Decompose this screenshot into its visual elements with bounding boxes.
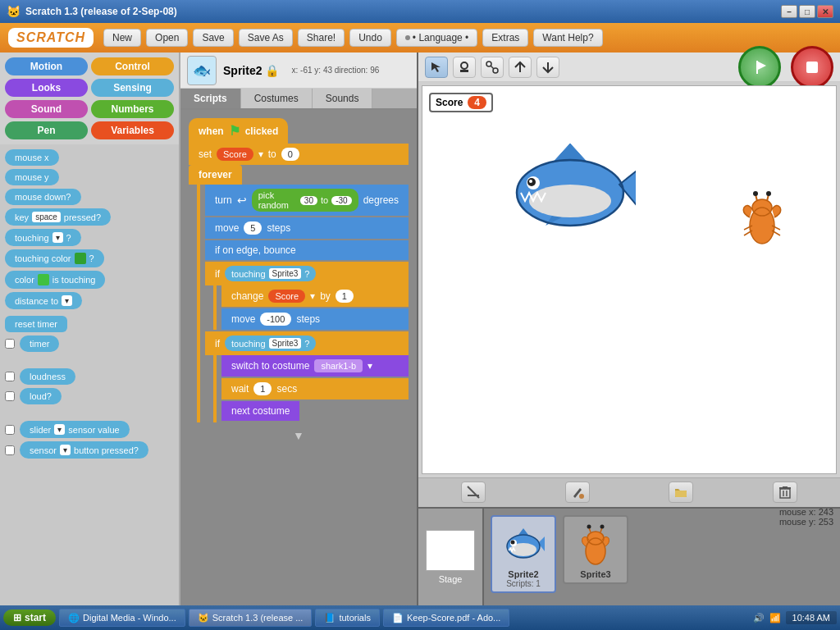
key-dropdown[interactable]: space <box>32 212 61 222</box>
move2-steps[interactable]: -100 <box>260 313 291 326</box>
stage-folder-btn[interactable] <box>669 482 693 503</box>
block-move2[interactable]: move -100 steps <box>221 308 409 330</box>
distance-dropdown[interactable]: ▾ <box>62 295 72 306</box>
costume-name[interactable]: shark1-b <box>314 359 363 372</box>
random-pill[interactable]: pick random 30 to -30 <box>252 189 358 212</box>
block-turn[interactable]: turn ↩ pick random 30 to -30 degrees <box>205 185 409 216</box>
taskbar-item-2[interactable]: 📘 tutorials <box>315 609 380 627</box>
cursor-tool[interactable] <box>425 57 448 78</box>
stage-thumbnail-area[interactable]: Stage <box>418 509 484 605</box>
extras-button[interactable]: Extras <box>482 29 528 47</box>
tab-costumes[interactable]: Costumes <box>241 89 313 108</box>
category-numbers[interactable]: Numbers <box>91 100 174 118</box>
wait-val[interactable]: 1 <box>253 382 272 395</box>
start-button[interactable]: ⊞ start <box>3 609 56 626</box>
shrink-tool[interactable] <box>536 57 559 78</box>
sprite3-card[interactable]: Sprite3 <box>563 515 628 584</box>
sprite3-pill2[interactable]: Sprite3 <box>269 338 302 349</box>
block-if2[interactable]: if touching Sprite3 ? <box>205 331 409 355</box>
block-set-score[interactable]: set Score ▾ to 0 <box>189 144 409 165</box>
touching-sprite3-pill[interactable]: touching Sprite3 ? <box>225 266 316 281</box>
category-variables[interactable]: Variables <box>91 121 174 139</box>
language-button[interactable]: • Language • <box>396 29 477 47</box>
stop-button[interactable] <box>791 46 833 89</box>
share-button[interactable]: Share! <box>298 29 345 47</box>
block-change-score[interactable]: change Score ▾ by 1 <box>221 285 409 307</box>
block-touching[interactable]: touching ▾ ? <box>5 229 81 246</box>
move1-steps[interactable]: 5 <box>244 221 262 235</box>
stamp-tool[interactable] <box>453 57 476 78</box>
stage-canvas[interactable]: Score 4 <box>422 85 837 474</box>
block-color-touching[interactable]: color is touching <box>5 271 105 289</box>
random-to[interactable]: -30 <box>331 196 351 205</box>
sprite3-pill[interactable]: Sprite3 <box>269 268 302 279</box>
category-control[interactable]: Control <box>91 57 174 75</box>
block-slider-checkbox: slider ▾ sensor value <box>5 421 174 438</box>
stage-delete-btn[interactable] <box>773 482 797 503</box>
block-forever[interactable]: forever <box>189 165 242 185</box>
new-button[interactable]: New <box>103 29 141 47</box>
taskbar-item-0[interactable]: 🌐 Digital Media - Windo... <box>59 609 185 627</box>
close-button[interactable]: ✕ <box>817 5 833 18</box>
loud-check[interactable] <box>5 391 15 401</box>
block-next-costume[interactable]: next costume <box>221 401 299 421</box>
slider-check[interactable] <box>5 425 15 435</box>
maximize-button[interactable]: □ <box>799 5 815 18</box>
mouse-position: mouse x: 243 mouse y: 253 <box>779 507 833 527</box>
block-mouse-y[interactable]: mouse y <box>5 169 59 185</box>
touching-dropdown[interactable]: ▾ <box>52 232 63 243</box>
save-as-button[interactable]: Save As <box>239 29 293 47</box>
block-switch-costume[interactable]: switch to costume shark1-b ▾ <box>221 355 409 377</box>
lobster-sprite[interactable] <box>737 185 787 252</box>
scissors-tool[interactable] <box>481 57 504 78</box>
block-distance[interactable]: distance to ▾ <box>5 292 82 309</box>
block-timer[interactable]: timer <box>20 336 59 352</box>
random-from[interactable]: 30 <box>300 196 317 205</box>
block-mouse-x[interactable]: mouse x <box>5 149 59 166</box>
sensor-dropdown[interactable]: ▾ <box>60 445 71 455</box>
save-button[interactable]: Save <box>193 29 233 47</box>
shark-sprite[interactable] <box>504 135 636 244</box>
block-touching-color[interactable]: touching color ? <box>5 249 104 267</box>
by-val-pill[interactable]: 1 <box>336 290 354 303</box>
taskbar-item-3[interactable]: 📄 Keep-Score.pdf - Ado... <box>383 609 509 627</box>
sprite2-card[interactable]: Sprite2 Scripts: 1 <box>491 515 556 593</box>
category-pen[interactable]: Pen <box>5 121 88 139</box>
block-loudness[interactable]: loudness <box>20 368 75 385</box>
stage-edit-btn[interactable] <box>461 482 486 503</box>
touching-sprite3-pill2[interactable]: touching Sprite3 ? <box>225 336 316 351</box>
block-if1[interactable]: if touching Sprite3 ? <box>205 262 409 285</box>
grow-tool[interactable] <box>509 57 532 78</box>
category-sound[interactable]: Sound <box>5 100 88 118</box>
tab-sounds[interactable]: Sounds <box>313 89 373 108</box>
block-move1[interactable]: move 5 steps <box>205 217 409 239</box>
block-wait[interactable]: wait 1 secs <box>221 378 409 399</box>
open-button[interactable]: Open <box>146 29 188 47</box>
loudness-check[interactable] <box>5 372 15 381</box>
blocks-canvas[interactable]: when ⚑ clicked set Score ▾ to 0 forever … <box>180 110 417 597</box>
stage-paint-btn[interactable] <box>565 482 590 503</box>
block-key-pressed[interactable]: key space pressed? <box>5 208 111 226</box>
tab-scripts[interactable]: Scripts <box>180 89 241 108</box>
block-edge-bounce[interactable]: if on edge, bounce <box>205 240 409 260</box>
minimize-button[interactable]: – <box>781 5 797 18</box>
slider-dropdown[interactable]: ▾ <box>54 424 65 435</box>
block-when-flag[interactable]: when ⚑ clicked <box>189 118 288 144</box>
sprite2-scripts: Scripts: 1 <box>506 579 541 588</box>
block-slider[interactable]: slider ▾ sensor value <box>20 421 130 438</box>
timer-check[interactable] <box>5 339 15 349</box>
block-reset-timer[interactable]: reset timer <box>5 316 67 332</box>
block-mouse-down[interactable]: mouse down? <box>5 189 81 205</box>
category-looks[interactable]: Looks <box>5 79 88 97</box>
block-loud[interactable]: loud? <box>20 388 62 404</box>
go-button[interactable] <box>738 46 781 89</box>
stop-icon <box>803 58 821 76</box>
category-motion[interactable]: Motion <box>5 57 88 75</box>
set-value[interactable]: 0 <box>281 148 299 161</box>
taskbar-item-1[interactable]: 🐱 Scratch 1.3 (release ... <box>189 609 313 627</box>
block-sensor[interactable]: sensor ▾ button pressed? <box>20 441 148 459</box>
help-button[interactable]: Want Help? <box>533 29 602 47</box>
undo-button[interactable]: Undo <box>349 29 391 47</box>
category-sensing[interactable]: Sensing <box>91 79 174 97</box>
sensor-check[interactable] <box>5 445 15 455</box>
